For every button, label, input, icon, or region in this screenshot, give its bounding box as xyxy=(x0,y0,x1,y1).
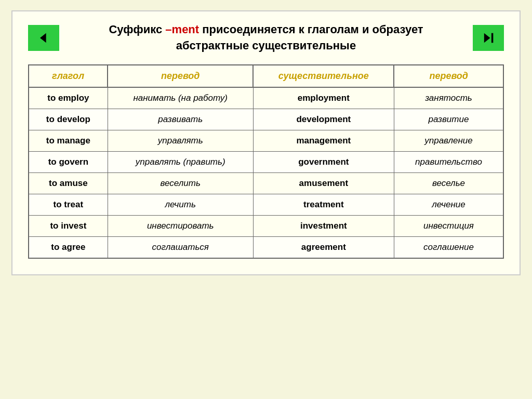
verb-translation-cell: управлять (править) xyxy=(108,151,253,172)
verb-cell: to treat xyxy=(29,194,108,215)
vocabulary-table: глагол перевод существительное перевод t… xyxy=(28,64,504,259)
table-row: to amuseвеселитьamusementвеселье xyxy=(29,172,503,194)
noun-translation-cell: соглашение xyxy=(394,236,503,258)
noun-translation-cell: занятость xyxy=(394,87,503,109)
title-suffix: –ment xyxy=(165,23,199,36)
table-row: to employнанимать (на работу)employmentз… xyxy=(29,87,503,109)
noun-cell: investment xyxy=(253,215,394,236)
prev-button[interactable] xyxy=(28,25,59,51)
svg-marker-0 xyxy=(40,33,46,43)
col-header-verb: глагол xyxy=(29,65,108,87)
table-row: to developразвиватьdevelopmentразвитие xyxy=(29,109,503,130)
verb-translation-cell: веселить xyxy=(108,172,253,194)
svg-rect-2 xyxy=(491,33,494,43)
verb-cell: to manage xyxy=(29,130,108,151)
skip-icon xyxy=(481,31,496,45)
verb-cell: to agree xyxy=(29,236,108,258)
noun-cell: management xyxy=(253,130,394,151)
header-area: Суффикс –ment присоединяется к глаголам … xyxy=(28,22,504,54)
skip-button[interactable] xyxy=(473,25,504,51)
verb-translation-cell: управлять xyxy=(108,130,253,151)
table-row: to treatлечитьtreatmentлечение xyxy=(29,194,503,215)
table-row: to investинвестироватьinvestmentинвестиц… xyxy=(29,215,503,236)
noun-translation-cell: лечение xyxy=(394,194,503,215)
verb-translation-cell: нанимать (на работу) xyxy=(108,87,253,109)
table-row: to manageуправлятьmanagementуправление xyxy=(29,130,503,151)
verb-cell: to govern xyxy=(29,151,108,172)
verb-cell: to amuse xyxy=(29,172,108,194)
noun-translation-cell: инвестиция xyxy=(394,215,503,236)
verb-translation-cell: соглашаться xyxy=(108,236,253,258)
title-line2: абстрактные существительные xyxy=(176,39,356,52)
noun-translation-cell: правительство xyxy=(394,151,503,172)
verb-translation-cell: инвестировать xyxy=(108,215,253,236)
noun-translation-cell: управление xyxy=(394,130,503,151)
noun-cell: treatment xyxy=(253,194,394,215)
svg-marker-1 xyxy=(484,33,490,43)
slide-title: Суффикс –ment присоединяется к глаголам … xyxy=(70,22,462,54)
col-header-noun-translation: перевод xyxy=(394,65,503,87)
verb-cell: to develop xyxy=(29,109,108,130)
noun-translation-cell: веселье xyxy=(394,172,503,194)
title-text-2: присоединяется к глаголам и образует xyxy=(199,23,423,36)
table-row: to governуправлять (править)governmentпр… xyxy=(29,151,503,172)
title-text-1: Суффикс xyxy=(109,23,165,36)
table-row: to agreeсоглашатьсяagreementсоглашение xyxy=(29,236,503,258)
col-header-noun: существительное xyxy=(253,65,394,87)
noun-translation-cell: развитие xyxy=(394,109,503,130)
verb-translation-cell: лечить xyxy=(108,194,253,215)
prev-icon xyxy=(36,31,51,45)
noun-cell: development xyxy=(253,109,394,130)
noun-cell: amusement xyxy=(253,172,394,194)
verb-cell: to invest xyxy=(29,215,108,236)
noun-cell: agreement xyxy=(253,236,394,258)
col-header-verb-translation: перевод xyxy=(108,65,253,87)
noun-cell: government xyxy=(253,151,394,172)
verb-translation-cell: развивать xyxy=(108,109,253,130)
slide-container: Суффикс –ment присоединяется к глаголам … xyxy=(11,10,521,275)
verb-cell: to employ xyxy=(29,87,108,109)
title-area: Суффикс –ment присоединяется к глаголам … xyxy=(59,22,473,54)
noun-cell: employment xyxy=(253,87,394,109)
table-header-row: глагол перевод существительное перевод xyxy=(29,65,503,87)
